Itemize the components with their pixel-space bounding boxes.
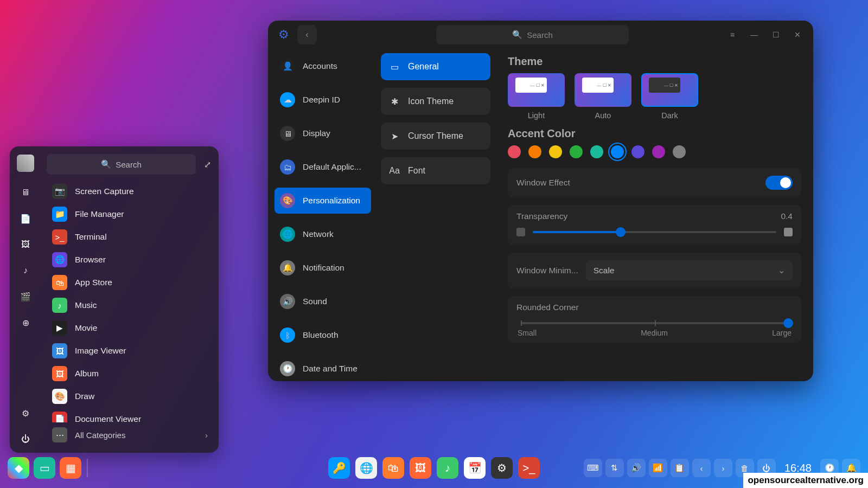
- menu-button[interactable]: ≡: [724, 27, 741, 43]
- category-icon: ☁: [280, 92, 295, 107]
- dock-app[interactable]: 🖼: [410, 457, 431, 479]
- accent-swatch[interactable]: [652, 145, 665, 158]
- window-minimize-value: Scale: [593, 266, 615, 275]
- dock-app[interactable]: ♪: [437, 457, 458, 479]
- rounded-corner-slider[interactable]: [521, 322, 788, 324]
- category-list: 👤Accounts☁Deepin ID🖥Display🗂Default Appl…: [268, 49, 375, 381]
- app-icon: 🎨: [52, 389, 67, 404]
- app-label: App Store: [75, 278, 112, 287]
- accent-swatch[interactable]: [611, 145, 624, 158]
- subtab-icon: ➤: [388, 130, 400, 142]
- start-search-input[interactable]: 🔍 Search: [47, 154, 196, 175]
- settings-icon[interactable]: ⚙: [20, 408, 31, 419]
- category-item[interactable]: 🔔Notification: [275, 255, 371, 281]
- category-item[interactable]: 🗂Default Applic...: [275, 154, 371, 180]
- videos-icon[interactable]: 🎬: [20, 291, 31, 302]
- start-app-item[interactable]: 📁File Manager: [47, 203, 213, 226]
- start-app-item[interactable]: ▶Movie: [47, 317, 213, 339]
- subtab-icon: ✱: [388, 95, 400, 107]
- start-app-item[interactable]: 🎨Draw: [47, 385, 213, 408]
- transparency-slider[interactable]: [533, 231, 776, 233]
- usb-tray-icon[interactable]: ⇅: [605, 459, 624, 477]
- show-desktop-button[interactable]: ▦: [60, 457, 81, 479]
- accent-title: Accent Color: [508, 127, 801, 140]
- subtab-item[interactable]: ✱Icon Theme: [381, 88, 490, 115]
- close-button[interactable]: ✕: [789, 27, 806, 43]
- app-label: Screen Capture: [75, 187, 134, 196]
- computer-icon[interactable]: 🖥: [20, 187, 31, 198]
- accent-swatch[interactable]: [590, 145, 603, 158]
- category-item[interactable]: 🌐Network: [275, 221, 371, 247]
- prev-tray-icon[interactable]: ‹: [692, 459, 711, 477]
- theme-option[interactable]: — ☐ ✕Auto: [575, 73, 631, 120]
- next-tray-icon[interactable]: ›: [714, 459, 732, 477]
- window-effect-toggle[interactable]: [765, 176, 793, 190]
- category-item[interactable]: 🖥Display: [275, 120, 371, 146]
- app-label: Document Viewer: [75, 414, 141, 422]
- category-label: Notification: [303, 263, 344, 273]
- accent-swatch[interactable]: [673, 145, 686, 158]
- accent-swatch[interactable]: [570, 145, 583, 158]
- back-button[interactable]: ‹: [297, 25, 317, 44]
- all-categories-item[interactable]: ⋯ All Categories ›: [47, 422, 213, 447]
- category-item[interactable]: 👤Accounts: [275, 53, 371, 79]
- app-label: Draw: [75, 391, 94, 401]
- window-minimize-row: Window Minim... Scale ⌄: [508, 253, 801, 288]
- titlebar: ⚙ ‹ 🔍 Search ≡ — ☐ ✕: [268, 21, 813, 49]
- app-icon: 📷: [52, 184, 67, 199]
- dock-app[interactable]: >_: [518, 457, 540, 479]
- category-item[interactable]: 🕐Date and Time: [275, 356, 371, 381]
- wifi-tray-icon[interactable]: 📶: [649, 459, 667, 477]
- subtab-item[interactable]: ▭General: [381, 53, 490, 80]
- accent-swatch[interactable]: [631, 145, 644, 158]
- category-item[interactable]: 🎨Personalization: [275, 188, 371, 214]
- theme-option[interactable]: — ☐ ✕Light: [508, 73, 565, 120]
- expand-icon[interactable]: ⤢: [201, 158, 213, 170]
- start-app-item[interactable]: 🛍App Store: [47, 271, 213, 294]
- transparency-value: 0.4: [781, 211, 793, 221]
- category-item[interactable]: 🔊Sound: [275, 288, 371, 314]
- accent-swatch[interactable]: [508, 145, 521, 158]
- window-minimize-dropdown[interactable]: Scale ⌄: [586, 260, 793, 281]
- volume-tray-icon[interactable]: 🔊: [627, 459, 646, 477]
- music-icon[interactable]: ♪: [20, 265, 31, 276]
- maximize-button[interactable]: ☐: [768, 27, 784, 43]
- keyboard-tray-icon[interactable]: ⌨: [584, 459, 602, 477]
- settings-app-icon: ⚙: [276, 27, 292, 43]
- subtab-item[interactable]: ➤Cursor Theme: [381, 123, 490, 150]
- start-app-item[interactable]: 📷Screen Capture: [47, 180, 213, 203]
- clipboard-tray-icon[interactable]: 📋: [671, 459, 689, 477]
- multitasking-button[interactable]: ▭: [34, 457, 55, 479]
- corner-label-large: Large: [772, 329, 792, 337]
- category-item[interactable]: ᛒBluetooth: [275, 322, 371, 348]
- settings-search-input[interactable]: 🔍 Search: [436, 25, 629, 44]
- start-app-item[interactable]: 🌐Browser: [47, 248, 213, 271]
- category-item[interactable]: ☁Deepin ID: [275, 87, 371, 113]
- category-label: Date and Time: [303, 364, 358, 374]
- launcher-button[interactable]: ◆: [8, 457, 29, 479]
- category-label: Accounts: [303, 61, 337, 71]
- dock-app[interactable]: 🛍: [382, 457, 404, 479]
- theme-title: Theme: [508, 55, 801, 68]
- start-app-item[interactable]: 🖼Album: [47, 362, 213, 385]
- document-icon[interactable]: 📄: [20, 213, 31, 224]
- app-label: Movie: [75, 323, 97, 333]
- accent-swatch[interactable]: [528, 145, 541, 158]
- dock-app[interactable]: 📅: [464, 457, 486, 479]
- dock-app[interactable]: ⚙: [491, 457, 513, 479]
- user-avatar[interactable]: [17, 155, 34, 172]
- dock-app[interactable]: 🔑: [328, 457, 350, 479]
- dock-app[interactable]: 🌐: [355, 457, 377, 479]
- start-app-item[interactable]: ♪Music: [47, 294, 213, 317]
- pictures-icon[interactable]: 🖼: [20, 239, 31, 250]
- power-icon[interactable]: ⏻: [20, 434, 31, 445]
- accent-swatch[interactable]: [549, 145, 562, 158]
- start-app-item[interactable]: 📄Document Viewer: [47, 408, 213, 422]
- subtab-list: ▭General✱Icon Theme➤Cursor ThemeAaFont: [375, 49, 496, 381]
- start-app-item[interactable]: >_Terminal: [47, 226, 213, 248]
- theme-option[interactable]: — ☐ ✕Dark: [641, 73, 698, 120]
- downloads-icon[interactable]: ⊕: [20, 317, 31, 328]
- start-app-item[interactable]: 🖼Image Viewer: [47, 339, 213, 362]
- minimize-button[interactable]: —: [746, 27, 762, 43]
- subtab-item[interactable]: AaFont: [381, 157, 490, 184]
